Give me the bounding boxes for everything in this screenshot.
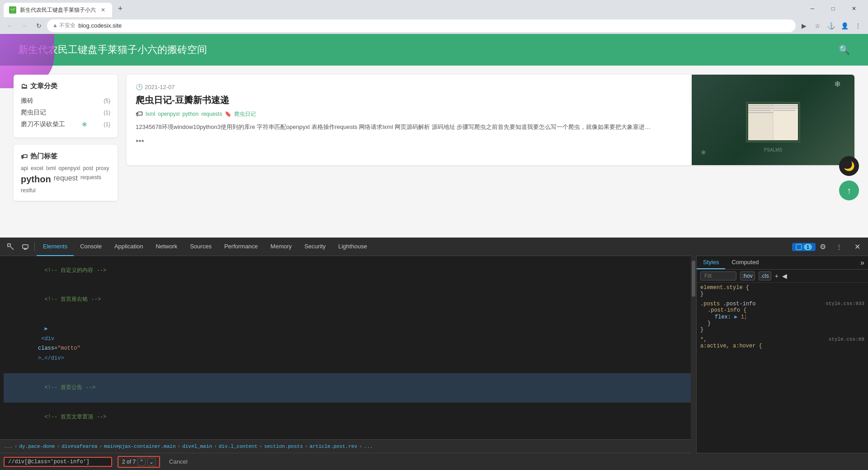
svg-rect-10 [773,108,798,109]
sidebar: 🗂 文章分类 搬砖 (5) 爬虫日记 (1) 磨刀不误砍柴工 ❄ (1) [14,75,118,201]
category-item-2[interactable]: 爬虫日记 (1) [21,107,110,119]
panel-icon[interactable]: ◀ [782,272,787,280]
breadcrumb-6[interactable]: section.posts [264,444,303,449]
breadcrumb-sep-3: › [99,444,102,449]
post-tag-requests[interactable]: requests [201,111,222,117]
styles-tab[interactable]: Styles [697,256,725,269]
search-cancel-button[interactable]: Cancel [165,457,191,466]
styles-panel: Styles Computed » :hov .cls + ◀ element.… [696,256,868,453]
post-tags: 🏷 lxml openpyxl python requests 🔖 爬虫日记 [136,110,683,118]
code-line-1: <!-- 自定义的内容 --> [4,256,693,285]
search-next-button[interactable]: ⌄ [147,458,156,466]
tab-security[interactable]: Security [298,238,332,256]
post-more[interactable]: ••• [136,137,683,146]
style-link-68[interactable]: style.css:68 [829,337,864,343]
forward-button[interactable]: → [18,19,31,32]
tab-elements[interactable]: Elements [37,238,74,256]
breadcrumb-3[interactable]: main#pjax-container.main [104,444,175,449]
svg-rect-5 [748,105,773,106]
xpath-search-input[interactable] [4,457,112,467]
post-tag-openpyxl[interactable]: openpyxl [158,111,179,117]
device-toggle-button[interactable] [18,240,33,254]
new-tab-button[interactable]: + [114,2,127,15]
tag-restful[interactable]: restful [21,187,36,194]
issues-count: 1 [804,244,812,250]
hov-button[interactable]: :hov [740,271,755,280]
site-search-icon[interactable]: 🔍 [839,44,850,55]
tag-requests[interactable]: requests [80,174,101,185]
tags-cloud: api excel lxml openpyxl post proxy pytho… [21,165,110,194]
post-tag-lxml[interactable]: lxml [146,111,155,117]
address-text: blog.codesix.site [78,22,122,29]
issues-badge[interactable]: 1 [792,243,816,251]
styles-filter-input[interactable] [700,271,736,280]
tag-proxy[interactable]: proxy [96,165,109,171]
breadcrumb-7[interactable]: article.post.rev [310,444,358,449]
tab-close-button[interactable]: ✕ [99,6,107,14]
dom-scrollbar[interactable] [691,256,696,453]
tag-post[interactable]: post [83,165,93,171]
clock-icon: 🕐 [136,84,143,90]
website-content: 新生代农民工键盘手莱猫子小六的搬砖空间 🔍 🗂 文章分类 搬砖 (5) 爬虫日记… [0,34,868,237]
refresh-button[interactable]: ↻ [33,19,45,32]
cls-button[interactable]: .cls [759,271,771,280]
devtools-body: <!-- 自定义的内容 --> <!-- 首页座右铭 --> ▶ <div cl… [0,256,868,453]
styles-expand[interactable]: » [860,256,868,269]
address-bar[interactable]: ▲ 不安全 blog.codesix.site [47,19,796,32]
cast-button[interactable]: ▶ [797,19,810,32]
tag-openpyxl[interactable]: openpyxl [58,165,80,171]
style-link-933[interactable]: style.css:933 [826,301,864,307]
tab-console[interactable]: Console [74,238,108,256]
close-devtools-button[interactable]: ✕ [850,240,864,254]
dark-mode-button[interactable]: 🌙 [839,156,859,176]
tag-api[interactable]: api [21,165,28,171]
tags-card: 🏷 热门标签 api excel lxml openpyxl post prox… [14,145,118,201]
tab-lighthouse[interactable]: Lighthouse [332,238,373,256]
tag-excel[interactable]: excel [31,165,43,171]
categories-card: 🗂 文章分类 搬砖 (5) 爬虫日记 (1) 磨刀不误砍柴工 ❄ (1) [14,75,118,138]
breadcrumb-1[interactable]: dy.pace-done [19,444,55,449]
tab-network[interactable]: Network [150,238,184,256]
breadcrumb-sep-7: › [305,444,308,449]
active-tab[interactable]: 🌱 新生代农民工键盘手莱猫子小六 ✕ [4,3,112,17]
extension-button[interactable]: ⚓ [825,19,837,32]
svg-rect-15 [24,249,27,250]
bookmark-button[interactable]: ☆ [811,19,824,32]
tab-performance[interactable]: Performance [218,238,264,256]
computed-tab[interactable]: Computed [725,256,765,269]
settings-button[interactable]: ⚙ [816,240,830,254]
minimize-button[interactable]: ─ [802,0,823,17]
tag-request[interactable]: request [54,174,78,185]
post-tag-category[interactable]: 爬虫日记 [234,110,256,118]
site-header: 新生代农民工键盘手莱猫子小六的搬砖空间 🔍 [0,34,868,66]
tag-bookmark-icon: 🔖 [225,111,231,117]
tab-memory[interactable]: Memory [264,238,298,256]
more-button[interactable]: ⋮ [852,19,864,32]
breadcrumb-2[interactable]: div#safearea [61,444,97,449]
tab-sources[interactable]: Sources [184,238,218,256]
category-item-1[interactable]: 搬砖 (5) [21,95,110,107]
scroll-up-button[interactable]: ↑ [839,180,859,200]
profile-button[interactable]: 👤 [838,19,851,32]
back-button[interactable]: ← [4,19,16,32]
breadcrumb-4[interactable]: div#l_main [182,444,212,449]
navigation-bar: ← → ↻ ▲ 不安全 blog.codesix.site ▶ ☆ ⚓ 👤 ⋮ [0,17,868,34]
element-picker-button[interactable] [4,240,18,254]
tag-python[interactable]: python [21,174,51,185]
tag-lxml[interactable]: lxml [46,165,56,171]
post-title[interactable]: 爬虫日记-豆瓣新书速递 [136,94,683,106]
post-tag-python[interactable]: python [182,111,198,117]
category-item-3[interactable]: 磨刀不误砍柴工 ❄ (1) [21,119,110,130]
search-navigation: 2 of 7 ⌃ ⌄ [118,456,160,468]
breadcrumb-5[interactable]: div.l_content [219,444,258,449]
dom-tree[interactable]: <!-- 自定义的内容 --> <!-- 首页座右铭 --> ▶ <div cl… [0,256,696,439]
tab-application[interactable]: Application [108,238,150,256]
more-options-button[interactable]: ⋮ [832,240,846,254]
add-style-button[interactable]: + [775,272,778,280]
snowflake-icon: ❄ [82,121,87,128]
rule-close-element: } [700,291,864,297]
close-window-button[interactable]: ✕ [844,0,864,17]
code-line-4[interactable]: <!-- 首页公告 --> [4,373,693,403]
maximize-button[interactable]: □ [823,0,844,17]
search-prev-button[interactable]: ⌃ [137,458,146,466]
